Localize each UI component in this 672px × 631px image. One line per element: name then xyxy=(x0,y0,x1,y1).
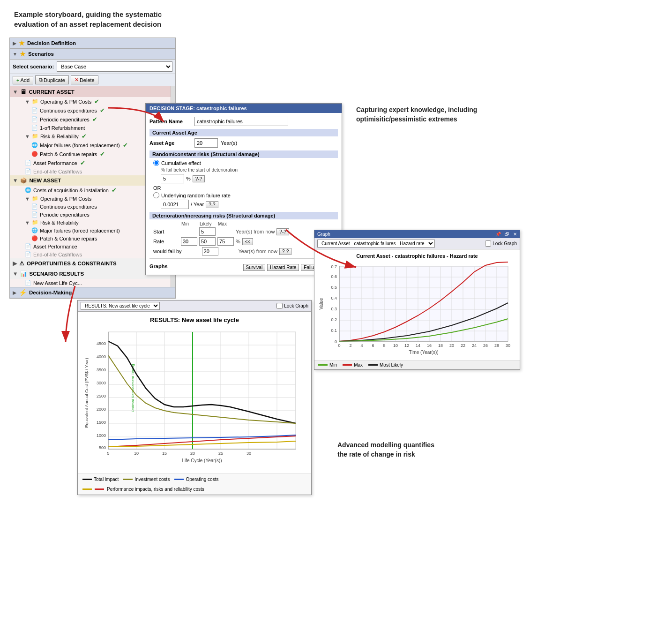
svg-text:Equivalent Annual Cost (PV$$ /: Equivalent Annual Cost (PV$$ / Year) xyxy=(84,358,89,428)
svg-text:1000: 1000 xyxy=(97,433,106,438)
underlying-btn[interactable]: ?-? xyxy=(206,201,218,208)
cumulative-radio[interactable] xyxy=(153,160,159,166)
legend-min-label: Min xyxy=(329,362,337,368)
svg-text:4000: 4000 xyxy=(97,354,106,359)
continuous-exp-label: Continuous expenditures xyxy=(40,108,97,113)
collapse-arrow2[interactable]: ▼ xyxy=(13,52,17,57)
rate-max-input[interactable] xyxy=(217,237,234,246)
survival-btn[interactable]: Survival xyxy=(243,264,266,271)
scenario-select[interactable]: Base Case xyxy=(57,61,172,72)
underlying-value-input[interactable] xyxy=(161,200,189,209)
hazard-select[interactable]: Current Asset - catastrophic failures - … xyxy=(317,240,435,248)
or-label: OR xyxy=(153,185,161,191)
collapse-arrow3[interactable]: ▶ xyxy=(13,290,16,295)
legend-operating-color xyxy=(174,479,184,480)
collapse-arrow[interactable]: ▶ xyxy=(13,41,16,46)
legend-investment-color xyxy=(123,479,133,480)
start-btn[interactable]: ?-? xyxy=(276,228,289,235)
legend-total-label: Total impact xyxy=(94,477,119,482)
underlying-unit: / Year xyxy=(191,202,204,207)
hazard-pin[interactable]: 📌 xyxy=(495,232,501,237)
svg-text:Value: Value xyxy=(319,298,324,309)
graphs-section: Graphs Survival Hazard Rate Failure Dens… xyxy=(149,258,338,271)
max-header: Max xyxy=(218,221,234,226)
cumulative-radio-row: Cumulative effect xyxy=(153,160,338,166)
decision-panel: DECISION STAGE: catastrophic failures Pa… xyxy=(145,103,342,275)
rate-row: Rate % << xyxy=(153,237,334,246)
caption-top-right-line2: optimisitic/pessimistic extremes xyxy=(356,115,457,123)
svg-text:16: 16 xyxy=(427,343,432,348)
decision-definition-row[interactable]: ▶ ★ Decision Definition xyxy=(10,38,175,49)
underlying-inputs: / Year ?-? xyxy=(161,200,338,209)
svg-text:0.6: 0.6 xyxy=(331,274,337,279)
fail-by-row: would fail by Year(s) from now ?-? xyxy=(153,247,334,255)
pattern-name-input[interactable] xyxy=(194,117,288,126)
cumulative-btn[interactable]: ?-? xyxy=(193,175,205,182)
cumulative-value-input[interactable] xyxy=(161,174,184,183)
new-asset-life-item[interactable]: 📄 New Asset Life Cyc... xyxy=(10,279,175,287)
svg-text:20: 20 xyxy=(449,343,454,348)
decision-panel-body: Pattern Name Current Asset Age Asset Age… xyxy=(146,113,342,275)
svg-text:15: 15 xyxy=(162,451,167,456)
svg-text:Life Cycle (Year(s)): Life Cycle (Year(s)) xyxy=(182,458,222,463)
svg-text:10: 10 xyxy=(134,451,139,456)
fail-by-unit: Year(s) from now xyxy=(239,248,277,254)
svg-text:2500: 2500 xyxy=(97,394,106,398)
asset-performance2-label: Asset Performance xyxy=(33,244,77,249)
decision-making-row[interactable]: ▶ ⚡ Decision-Making xyxy=(10,287,175,298)
current-asset-header[interactable]: ▼ 🖥 CURRENT ASSET xyxy=(10,86,175,97)
patch-continue2-label: Patch & Continue repairs xyxy=(40,236,97,241)
svg-text:24: 24 xyxy=(472,343,477,348)
rate-likely-input[interactable] xyxy=(199,237,216,246)
add-button[interactable]: + Add xyxy=(13,76,33,84)
toolbar-row: + Add ⧉ Duplicate ✕ Delete xyxy=(10,74,175,86)
svg-text:0.4: 0.4 xyxy=(331,296,337,300)
start-likely-input[interactable] xyxy=(199,227,216,236)
current-asset-label: CURRENT ASSET xyxy=(29,89,74,95)
costs-acquisition-label: Costs of acquisition & installation xyxy=(33,188,109,193)
results-chart-title: RESULTS: New asset life cycle xyxy=(82,316,306,323)
legend-min-color xyxy=(318,364,328,366)
svg-text:0.7: 0.7 xyxy=(331,264,337,269)
hazard-legend: Min Max Most Likely xyxy=(314,360,520,369)
hazard-restore[interactable]: 🗗 xyxy=(505,232,509,237)
opportunities-label: OPPORTUNITIES & CONSTRAINTS xyxy=(27,261,117,266)
svg-text:3000: 3000 xyxy=(97,381,106,385)
delete-button[interactable]: ✕ Delete xyxy=(71,75,98,84)
hazard-rate-btn[interactable]: Hazard Rate xyxy=(267,264,299,271)
scenarios-label: Scenarios xyxy=(28,51,54,57)
fail-by-btn[interactable]: ?-? xyxy=(279,248,291,255)
underlying-radio[interactable] xyxy=(153,192,159,198)
svg-text:18: 18 xyxy=(438,343,443,348)
major-failures-label: Major failures (forced replacement) xyxy=(40,143,120,148)
svg-text:4: 4 xyxy=(360,343,363,348)
legend-most-likely-item: Most Likely xyxy=(368,362,403,368)
underlying-label: Underlying random failure rate xyxy=(161,193,231,198)
current-asset-age-section: Current Asset Age xyxy=(149,129,338,136)
svg-text:2: 2 xyxy=(349,343,351,348)
rate-btn[interactable]: << xyxy=(242,238,254,245)
hazard-close[interactable]: ✕ xyxy=(513,232,517,237)
scenarios-row[interactable]: ▼ ★ Scenarios xyxy=(10,49,175,60)
start-unit: Year(s) from now xyxy=(236,229,275,234)
cumulative-sub: % fail before the start of deterioration xyxy=(161,167,338,173)
caption-bottom-right-line2: the rate of change in risk xyxy=(337,451,415,458)
asset-performance-label: Asset Performance xyxy=(33,160,77,166)
lock-graph-text: Lock Graph xyxy=(493,241,517,246)
asset-age-label: Asset Age xyxy=(149,140,192,146)
results-chart-area: RESULTS: New asset life cycle xyxy=(78,312,311,473)
svg-text:30: 30 xyxy=(506,343,510,348)
svg-text:22: 22 xyxy=(461,343,465,348)
lock-graph-checkbox2[interactable] xyxy=(276,303,283,309)
duplicate-button[interactable]: ⧉ Duplicate xyxy=(35,75,69,84)
svg-text:Time (Year(s)): Time (Year(s)) xyxy=(409,350,438,355)
fail-by-likely-input[interactable] xyxy=(202,247,218,255)
legend-performance-label: Performance impacts, risks and reliabili… xyxy=(107,487,204,492)
rate-min-input[interactable] xyxy=(181,237,197,246)
lock-graph-checkbox[interactable] xyxy=(485,240,491,247)
asset-age-input[interactable] xyxy=(194,138,218,148)
results-select[interactable]: RESULTS: New asset life cycle xyxy=(81,302,160,310)
major-failures2-label: Major failures (forced replacement) xyxy=(40,228,120,233)
decision-header-text: DECISION STAGE: catastrophic failures xyxy=(149,105,247,111)
continuous-exp2-label: Continuous expenditures xyxy=(40,204,97,210)
